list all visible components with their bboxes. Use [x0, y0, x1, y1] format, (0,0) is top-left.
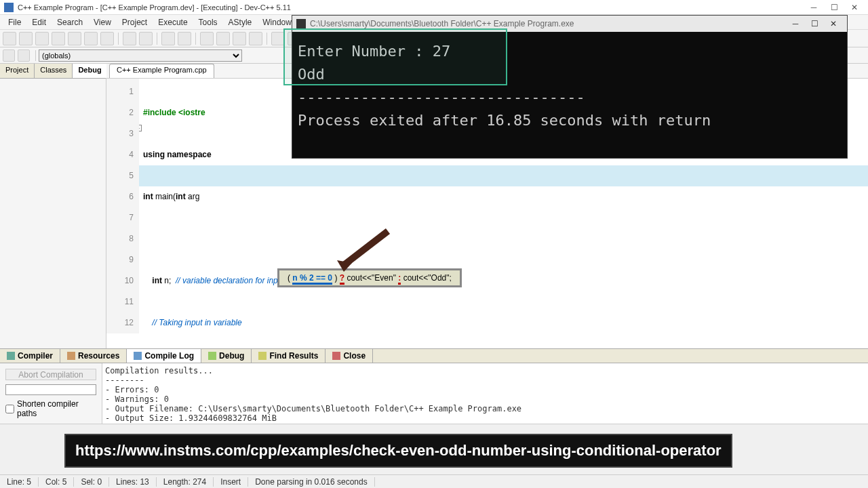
console-minimize[interactable]: ─	[786, 19, 805, 28]
find-icon[interactable]	[161, 32, 175, 45]
debug-icon[interactable]	[271, 32, 285, 45]
save-icon[interactable]	[35, 32, 49, 45]
side-panel: Project Classes Debug	[0, 64, 106, 348]
maximize-button[interactable]: ☐	[825, 1, 844, 14]
highlighted-expression: ( n % 2 == 0 ) ? cout<<"Even" : cout<<"O…	[277, 268, 462, 287]
saveas-icon[interactable]	[68, 32, 81, 45]
output-tabs: Compiler Resources Compile Log Debug Fin…	[0, 348, 868, 363]
compile-run-icon[interactable]	[233, 32, 246, 45]
status-line: Line: 5	[0, 477, 39, 487]
close-icon[interactable]	[84, 32, 98, 45]
menu-file[interactable]: File	[3, 18, 26, 27]
minimize-button[interactable]: ─	[804, 1, 823, 14]
status-bar: Line: 5 Col: 5 Sel: 0 Lines: 13 Length: …	[0, 474, 868, 488]
status-parse: Done parsing in 0.016 seconds	[248, 477, 374, 487]
menu-tools[interactable]: Tools	[193, 18, 223, 27]
app-icon	[4, 3, 14, 12]
menu-execute[interactable]: Execute	[153, 18, 193, 27]
console-output: Enter Number : 27 Odd ------------------…	[292, 32, 847, 158]
annotation-arrow	[330, 228, 398, 272]
console-title: C:\Users\smarty\Documents\Bluetooth Fold…	[310, 19, 574, 28]
menu-search[interactable]: Search	[52, 18, 88, 27]
close-button[interactable]: ✕	[845, 1, 864, 14]
print-icon[interactable]	[100, 32, 114, 45]
menu-astyle[interactable]: AStyle	[223, 18, 258, 27]
tab-project[interactable]: Project	[0, 64, 35, 78]
scope-select[interactable]: (globals)	[39, 49, 242, 62]
shorten-paths-checkbox[interactable]: Shorten compiler paths	[5, 399, 96, 418]
window-title: C++ Example Program - [C++ Example Progr…	[18, 3, 804, 12]
console-icon	[296, 19, 306, 28]
new-icon[interactable]	[3, 32, 16, 45]
status-length: Length: 274	[157, 477, 214, 487]
console-maximize[interactable]: ☐	[805, 19, 824, 28]
run-icon[interactable]	[216, 32, 230, 45]
filter-input[interactable]	[5, 384, 96, 395]
abort-button[interactable]: Abort Compilation	[5, 369, 96, 380]
back-icon[interactable]	[3, 49, 15, 62]
menu-project[interactable]: Project	[117, 18, 153, 27]
output-panel: Abort Compilation Shorten compiler paths…	[0, 363, 868, 424]
tab-resources[interactable]: Resources	[60, 349, 127, 363]
open-icon[interactable]	[19, 32, 33, 45]
compile-icon[interactable]	[200, 32, 214, 45]
tab-classes[interactable]: Classes	[35, 64, 73, 78]
saveall-icon[interactable]	[52, 32, 65, 45]
window-titlebar: C++ Example Program - [C++ Example Progr…	[0, 0, 868, 15]
forward-icon[interactable]	[18, 49, 30, 62]
undo-icon[interactable]	[123, 32, 136, 45]
replace-icon[interactable]	[178, 32, 191, 45]
console-window: C:\Users\smarty\Documents\Bluetooth Fold…	[292, 15, 848, 159]
status-lines: Lines: 13	[109, 477, 157, 487]
status-mode: Insert	[214, 477, 248, 487]
console-close[interactable]: ✕	[824, 19, 843, 28]
status-col: Col: 5	[39, 477, 74, 487]
tab-debug-out[interactable]: Debug	[201, 349, 252, 363]
console-titlebar[interactable]: C:\Users\smarty\Documents\Bluetooth Fold…	[292, 16, 847, 32]
code-body: #include <iostre using namespace int mai…	[143, 81, 285, 348]
url-overlay: https://www.instms.com/cpp/examples/chec…	[64, 434, 732, 468]
line-gutter: 123456789101112	[106, 79, 139, 333]
compile-log-text: Compilation results... -------- - Errors…	[102, 363, 868, 424]
menu-view[interactable]: View	[88, 18, 117, 27]
tab-close-output[interactable]: Close	[326, 349, 373, 363]
status-sel: Sel: 0	[74, 477, 109, 487]
redo-icon[interactable]	[139, 32, 153, 45]
menu-edit[interactable]: Edit	[26, 18, 52, 27]
rebuild-icon[interactable]	[249, 32, 262, 45]
tab-debug[interactable]: Debug	[73, 64, 107, 78]
tab-find-results[interactable]: Find Results	[252, 349, 326, 363]
tab-compiler[interactable]: Compiler	[0, 349, 60, 363]
editor-tab[interactable]: C++ Example Program.cpp	[109, 64, 214, 78]
tab-compile-log[interactable]: Compile Log	[127, 349, 201, 363]
